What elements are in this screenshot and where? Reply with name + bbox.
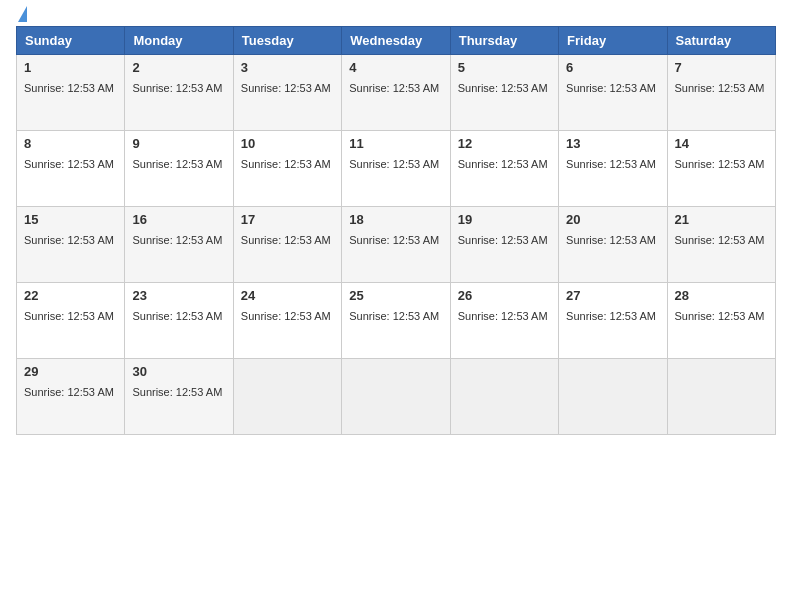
sunrise-time: Sunrise: 12:53 AM (458, 310, 548, 322)
sunrise-time: Sunrise: 12:53 AM (566, 234, 656, 246)
day-number: 24 (241, 288, 334, 303)
sunrise-time: Sunrise: 12:53 AM (675, 310, 765, 322)
day-number: 10 (241, 136, 334, 151)
calendar-cell (667, 359, 775, 435)
sunrise-time: Sunrise: 12:53 AM (349, 158, 439, 170)
day-number: 26 (458, 288, 551, 303)
day-number: 23 (132, 288, 225, 303)
day-number: 6 (566, 60, 659, 75)
day-number: 11 (349, 136, 442, 151)
day-number: 3 (241, 60, 334, 75)
day-number: 22 (24, 288, 117, 303)
calendar-cell: 15Sunrise: 12:53 AM (17, 207, 125, 283)
day-number: 27 (566, 288, 659, 303)
calendar-cell: 29Sunrise: 12:53 AM (17, 359, 125, 435)
day-number: 21 (675, 212, 768, 227)
calendar-cell: 4Sunrise: 12:53 AM (342, 55, 450, 131)
day-number: 30 (132, 364, 225, 379)
calendar-cell: 21Sunrise: 12:53 AM (667, 207, 775, 283)
sunrise-time: Sunrise: 12:53 AM (24, 386, 114, 398)
calendar-cell: 2Sunrise: 12:53 AM (125, 55, 233, 131)
day-number: 12 (458, 136, 551, 151)
calendar-cell: 30Sunrise: 12:53 AM (125, 359, 233, 435)
sunrise-time: Sunrise: 12:53 AM (349, 310, 439, 322)
calendar-cell: 16Sunrise: 12:53 AM (125, 207, 233, 283)
calendar-table: Sunday Monday Tuesday Wednesday Thursday… (16, 26, 776, 435)
sunrise-time: Sunrise: 12:53 AM (566, 310, 656, 322)
calendar-cell (450, 359, 558, 435)
sunrise-time: Sunrise: 12:53 AM (566, 158, 656, 170)
day-number: 7 (675, 60, 768, 75)
day-number: 1 (24, 60, 117, 75)
col-thursday: Thursday (450, 27, 558, 55)
calendar-cell (559, 359, 667, 435)
sunrise-time: Sunrise: 12:53 AM (241, 82, 331, 94)
sunrise-time: Sunrise: 12:53 AM (566, 82, 656, 94)
calendar-cell (233, 359, 341, 435)
day-number: 15 (24, 212, 117, 227)
sunrise-time: Sunrise: 12:53 AM (24, 310, 114, 322)
calendar-cell (342, 359, 450, 435)
sunrise-time: Sunrise: 12:53 AM (241, 310, 331, 322)
calendar-cell: 25Sunrise: 12:53 AM (342, 283, 450, 359)
sunrise-time: Sunrise: 12:53 AM (675, 82, 765, 94)
day-number: 9 (132, 136, 225, 151)
col-tuesday: Tuesday (233, 27, 341, 55)
calendar-cell: 5Sunrise: 12:53 AM (450, 55, 558, 131)
col-monday: Monday (125, 27, 233, 55)
day-number: 8 (24, 136, 117, 151)
calendar-cell: 20Sunrise: 12:53 AM (559, 207, 667, 283)
calendar-cell: 23Sunrise: 12:53 AM (125, 283, 233, 359)
day-number: 19 (458, 212, 551, 227)
page-header (16, 10, 776, 20)
calendar-cell: 26Sunrise: 12:53 AM (450, 283, 558, 359)
sunrise-time: Sunrise: 12:53 AM (132, 386, 222, 398)
calendar-cell: 19Sunrise: 12:53 AM (450, 207, 558, 283)
sunrise-time: Sunrise: 12:53 AM (24, 234, 114, 246)
sunrise-time: Sunrise: 12:53 AM (132, 310, 222, 322)
sunrise-time: Sunrise: 12:53 AM (132, 82, 222, 94)
calendar-cell: 17Sunrise: 12:53 AM (233, 207, 341, 283)
calendar-cell: 6Sunrise: 12:53 AM (559, 55, 667, 131)
calendar-cell: 3Sunrise: 12:53 AM (233, 55, 341, 131)
calendar-cell: 24Sunrise: 12:53 AM (233, 283, 341, 359)
sunrise-time: Sunrise: 12:53 AM (458, 234, 548, 246)
col-wednesday: Wednesday (342, 27, 450, 55)
calendar-cell: 8Sunrise: 12:53 AM (17, 131, 125, 207)
calendar-cell: 10Sunrise: 12:53 AM (233, 131, 341, 207)
sunrise-time: Sunrise: 12:53 AM (24, 82, 114, 94)
calendar-cell: 11Sunrise: 12:53 AM (342, 131, 450, 207)
sunrise-time: Sunrise: 12:53 AM (132, 234, 222, 246)
calendar-cell: 14Sunrise: 12:53 AM (667, 131, 775, 207)
calendar-cell: 13Sunrise: 12:53 AM (559, 131, 667, 207)
calendar-cell: 27Sunrise: 12:53 AM (559, 283, 667, 359)
day-number: 5 (458, 60, 551, 75)
day-number: 4 (349, 60, 442, 75)
sunrise-time: Sunrise: 12:53 AM (349, 82, 439, 94)
sunrise-time: Sunrise: 12:53 AM (241, 234, 331, 246)
calendar-cell: 22Sunrise: 12:53 AM (17, 283, 125, 359)
sunrise-time: Sunrise: 12:53 AM (132, 158, 222, 170)
day-number: 28 (675, 288, 768, 303)
day-number: 25 (349, 288, 442, 303)
sunrise-time: Sunrise: 12:53 AM (349, 234, 439, 246)
sunrise-time: Sunrise: 12:53 AM (241, 158, 331, 170)
day-number: 29 (24, 364, 117, 379)
sunrise-time: Sunrise: 12:53 AM (675, 234, 765, 246)
day-number: 16 (132, 212, 225, 227)
logo (16, 14, 36, 20)
calendar-cell: 18Sunrise: 12:53 AM (342, 207, 450, 283)
sunrise-time: Sunrise: 12:53 AM (458, 158, 548, 170)
col-friday: Friday (559, 27, 667, 55)
calendar-cell: 9Sunrise: 12:53 AM (125, 131, 233, 207)
day-number: 17 (241, 212, 334, 227)
day-number: 13 (566, 136, 659, 151)
day-number: 20 (566, 212, 659, 227)
col-sunday: Sunday (17, 27, 125, 55)
sunrise-time: Sunrise: 12:53 AM (24, 158, 114, 170)
day-number: 2 (132, 60, 225, 75)
calendar-cell: 28Sunrise: 12:53 AM (667, 283, 775, 359)
calendar-page: Sunday Monday Tuesday Wednesday Thursday… (0, 0, 792, 612)
calendar-cell: 1Sunrise: 12:53 AM (17, 55, 125, 131)
calendar-cell: 12Sunrise: 12:53 AM (450, 131, 558, 207)
